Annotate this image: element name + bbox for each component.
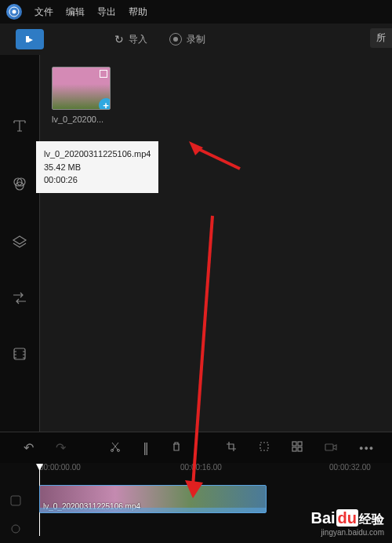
media-thumbnail[interactable]: + [52,67,111,110]
menu-bar: 文件 编辑 导出 帮助 [0,0,392,24]
watermark-url: jingyan.baidu.com [310,528,384,537]
video-clip[interactable]: lv_0_20200311225106.mp4 [39,485,267,513]
svg-rect-17 [325,444,333,450]
add-to-timeline-icon[interactable]: + [99,98,111,110]
more-icon[interactable]: ●●● [359,444,374,452]
watermark: Baidu经验 jingyan.baidu.com [310,509,384,537]
layers-icon[interactable] [12,234,27,253]
camera-icon[interactable] [325,441,337,455]
record-icon[interactable] [169,33,182,46]
annotation-arrow-1 [189,141,244,173]
menu-export[interactable]: 导出 [97,5,116,19]
tooltip-filesize: 35.42 MB [44,161,151,174]
audio-track-icon[interactable] [0,521,31,537]
watermark-brand-suffix: 经验 [359,512,384,526]
media-folder-button[interactable] [16,29,44,49]
record-button[interactable]: 录制 [187,33,205,46]
svg-rect-16 [298,447,302,451]
media-tooltip: lv_0_20200311225106.mp4 35.42 MB 00:00:2… [36,141,158,193]
svg-rect-18 [11,496,20,505]
watermark-brand-mid: du [336,509,358,527]
filter-effects-icon[interactable] [12,176,27,195]
svg-rect-14 [298,442,302,446]
svg-rect-12 [260,443,268,450]
cut-tool-icon[interactable] [110,441,121,455]
text-tool-icon[interactable] [12,118,27,137]
menu-edit[interactable]: 编辑 [66,5,85,19]
split-icon[interactable]: ‖ [143,440,149,455]
delete-icon[interactable] [171,441,182,455]
tooltip-duration: 00:00:26 [44,173,151,187]
transition-icon[interactable] [12,292,27,308]
menu-help[interactable]: 帮助 [129,5,147,19]
filter-dropdown[interactable]: 所 [370,28,392,48]
svg-marker-8 [189,141,203,155]
left-sidebar [0,55,39,432]
svg-rect-15 [292,447,296,451]
svg-rect-13 [292,442,296,446]
watermark-brand-prefix: Bai [310,509,335,527]
clip-audio-waveform [40,508,266,512]
annotation-arrow-2 [181,212,228,502]
redo-icon[interactable]: ↷ [56,440,66,455]
media-panel: + lv_0_20200... lv_0_20200311225106.mp4 … [39,55,392,432]
video-track-icon[interactable] [0,485,31,516]
import-button[interactable]: 导入 [129,33,147,46]
svg-point-19 [12,525,20,533]
app-logo [6,4,22,20]
frame-icon[interactable] [13,347,27,364]
select-icon[interactable] [259,441,270,455]
time-mark: 00:00:32.00 [329,463,371,472]
undo-icon[interactable]: ↶ [24,440,34,455]
time-mark: 00:00:00.00 [39,463,81,472]
reload-icon[interactable]: ↻ [114,33,124,46]
tooltip-filename: lv_0_20200311225106.mp4 [44,148,151,161]
media-filename-label: lv_0_20200... [52,115,380,124]
menu-file[interactable]: 文件 [34,5,53,19]
svg-point-1 [13,10,16,14]
grid-icon[interactable] [292,441,303,455]
top-toolbar: ↻ 导入 录制 所 [0,24,392,55]
svg-marker-3 [28,38,33,42]
svg-marker-9 [185,480,203,498]
